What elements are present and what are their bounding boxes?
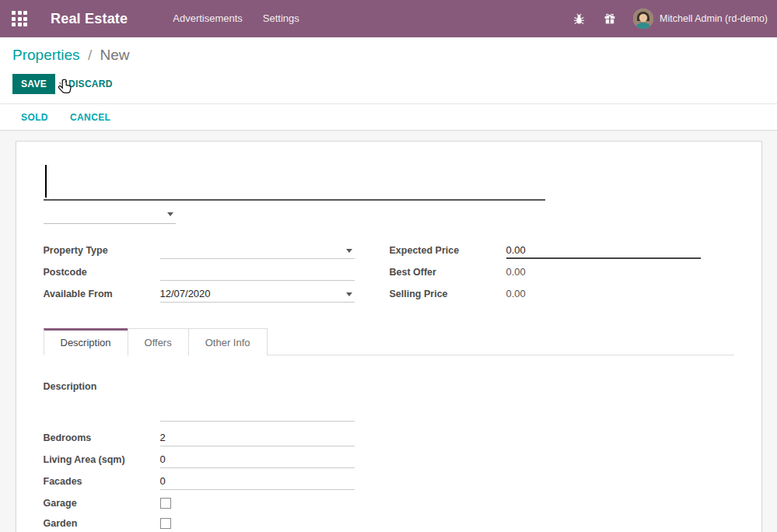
description-tab-content: Description Bedrooms Living Area (sqm) [44,355,734,532]
living-area-label: Living Area (sqm) [44,454,160,465]
expected-price-input[interactable] [506,242,701,257]
tab-description[interactable]: Description [44,328,128,355]
navbar-right: Mitchell Admin (rd-demo) [571,9,768,29]
navbar-menu: Advertisements Settings [173,0,299,37]
field-row-property-type: Property Type [44,241,355,260]
field-row-selling-price: Selling Price 0.00 [390,285,734,303]
save-button[interactable]: SAVE [12,74,55,94]
tags-input[interactable] [44,205,156,222]
expected-price-label: Expected Price [390,245,506,256]
breadcrumb-new: New [100,47,129,63]
selling-price-field: 0.00 [506,285,701,303]
garden-label: Garden [44,518,160,529]
description-label: Description [44,381,160,392]
expected-price-field[interactable] [506,242,701,259]
discard-button[interactable]: DISCARD [68,79,113,89]
available-from-label: Available From [44,289,160,299]
property-title-input[interactable] [44,163,545,199]
available-from-datepicker[interactable] [160,285,355,303]
selling-price-label: Selling Price [390,289,506,299]
content-area: Property Type Postcode Available From [0,131,777,532]
right-column: Expected Price Best Offer 0.00 Selling P… [355,241,734,306]
facades-input[interactable] [160,473,355,488]
field-row-best-offer: Best Offer 0.00 [390,263,734,282]
field-row-available-from: Available From [44,285,355,303]
field-row-facades: Facades [44,472,734,491]
garage-checkbox[interactable] [160,498,171,509]
app-brand[interactable]: Real Estate [51,11,128,27]
property-form-sheet: Property Type Postcode Available From [16,141,762,532]
best-offer-field: 0.00 [506,264,701,281]
description-field[interactable] [160,404,355,422]
field-row-postcode: Postcode [44,263,355,282]
tab-offers[interactable]: Offers [128,328,189,355]
living-area-input[interactable] [160,451,355,467]
property-title-field[interactable] [44,163,545,201]
postcode-field[interactable] [160,264,355,281]
form-actions: SAVE DISCARD [12,74,765,94]
property-type-input[interactable] [160,242,355,257]
user-avatar [633,9,653,29]
field-row-description-label: Description [44,377,734,396]
user-name: Mitchell Admin (rd-demo) [660,13,768,24]
postcode-input[interactable] [160,264,355,279]
postcode-label: Postcode [44,267,160,278]
gift-icon[interactable] [602,11,618,26]
sold-button[interactable]: SOLD [21,112,48,123]
bedrooms-label: Bedrooms [44,432,160,443]
cancel-button[interactable]: CANCEL [70,112,110,123]
breadcrumb-properties[interactable]: Properties [12,47,80,63]
menu-settings[interactable]: Settings [263,0,299,37]
main-field-group: Property Type Postcode Available From [44,241,734,306]
garden-field [160,515,355,532]
tab-other-info[interactable]: Other Info [188,328,268,355]
control-panel: Properties / New SAVE DISCARD [0,37,777,103]
bedrooms-input[interactable] [160,429,355,445]
tags-field[interactable] [44,205,176,224]
bedrooms-field[interactable] [160,429,355,446]
living-area-field[interactable] [160,451,355,468]
property-type-label: Property Type [44,245,160,256]
field-row-expected-price: Expected Price [390,241,734,260]
breadcrumb-separator: / [88,47,92,63]
garage-label: Garage [44,498,160,509]
selling-price-value: 0.00 [506,288,526,299]
chevron-down-icon[interactable] [346,249,352,253]
bug-icon[interactable] [571,11,586,26]
user-menu[interactable]: Mitchell Admin (rd-demo) [633,9,768,29]
menu-advertisements[interactable]: Advertisements [173,0,243,37]
statusbar: SOLD CANCEL [0,103,777,131]
field-row-garage: Garage [44,494,734,512]
top-navbar: Real Estate Advertisements Settings [0,0,777,37]
available-from-input[interactable] [160,285,355,301]
apps-menu-icon[interactable] [12,11,27,26]
garage-field [160,495,355,512]
best-offer-value: 0.00 [506,266,526,278]
facades-label: Facades [44,476,160,487]
facades-field[interactable] [160,473,355,490]
field-row-description-input [44,404,734,422]
chevron-down-icon[interactable] [346,292,352,296]
chevron-down-icon[interactable] [167,212,173,216]
garden-checkbox[interactable] [160,518,171,529]
property-type-select[interactable] [160,242,355,259]
field-row-living-area: Living Area (sqm) [44,450,734,469]
left-column: Property Type Postcode Available From [44,241,355,306]
breadcrumb: Properties / New [12,47,765,64]
best-offer-label: Best Offer [390,267,506,278]
field-row-bedrooms: Bedrooms [44,429,734,447]
text-cursor [45,165,47,198]
notebook-tabs: Description Offers Other Info [44,328,734,355]
field-row-garden: Garden [44,514,734,532]
description-input[interactable] [160,404,355,420]
